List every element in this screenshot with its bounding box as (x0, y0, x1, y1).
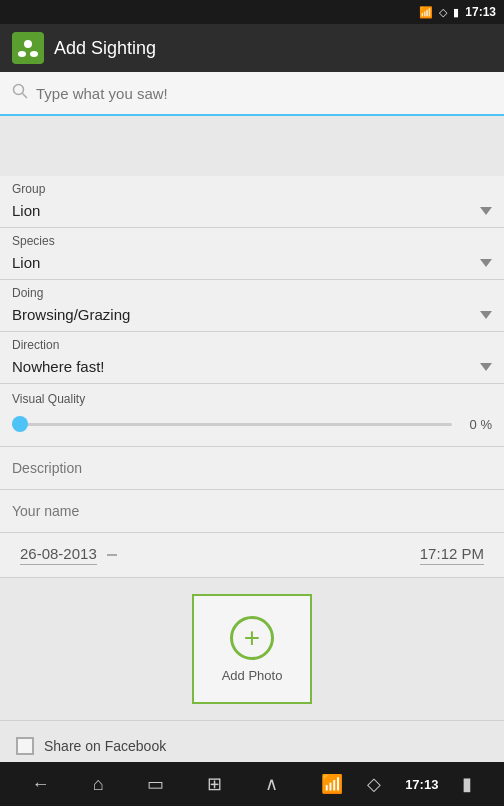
svg-line-5 (23, 94, 28, 99)
name-input[interactable] (12, 503, 492, 519)
nav-signal-icon: 📶 (313, 769, 351, 799)
content-area: Group Lion Species Lion Doing Browsing/G… (0, 116, 504, 762)
doing-field[interactable]: Doing Browsing/Grazing (0, 280, 504, 332)
facebook-checkbox[interactable] (16, 737, 34, 755)
status-bar: 📶 ◇ ▮ 17:13 (0, 0, 504, 24)
svg-point-4 (14, 85, 24, 95)
back-icon[interactable]: ← (24, 770, 58, 799)
direction-field[interactable]: Direction Nowhere fast! (0, 332, 504, 384)
plus-circle-icon: + (230, 616, 274, 660)
page-title: Add Sighting (54, 38, 156, 59)
nav-diamond-icon: ◇ (359, 769, 389, 799)
group-value: Lion (12, 202, 40, 219)
qr-icon[interactable]: ⊞ (199, 769, 230, 799)
slider-thumb[interactable] (12, 416, 28, 432)
direction-dropdown-arrow (480, 363, 492, 371)
direction-value: Nowhere fast! (12, 358, 105, 375)
home-icon[interactable]: ⌂ (85, 770, 112, 799)
search-bar (0, 72, 504, 116)
svg-point-1 (24, 40, 32, 48)
facebook-checkbox-row[interactable]: Share on Facebook (16, 731, 488, 761)
visual-quality-section: Visual Quality 0 % (0, 384, 504, 447)
phone-icon: 📶 (419, 6, 433, 19)
recent-apps-icon[interactable]: ▭ (139, 769, 172, 799)
direction-label: Direction (0, 332, 504, 354)
up-icon[interactable]: ∧ (257, 769, 286, 799)
add-photo-label: Add Photo (222, 668, 283, 683)
group-dropdown-arrow (480, 207, 492, 215)
photo-section: + Add Photo (0, 578, 504, 721)
doing-value: Browsing/Grazing (12, 306, 130, 323)
nav-battery-icon: ▮ (454, 769, 480, 799)
battery-icon: ▮ (453, 6, 459, 19)
nav-bar: ← ⌂ ▭ ⊞ ∧ 📶 ◇ 17:13 ▮ (0, 762, 504, 806)
wifi-icon: ◇ (439, 6, 447, 19)
species-value: Lion (12, 254, 40, 271)
status-time: 17:13 (465, 5, 496, 19)
doing-label: Doing (0, 280, 504, 302)
visual-quality-label: Visual Quality (12, 392, 492, 406)
description-input[interactable] (12, 460, 492, 476)
quality-slider[interactable] (12, 414, 452, 434)
add-photo-button[interactable]: + Add Photo (192, 594, 312, 704)
species-dropdown-arrow (480, 259, 492, 267)
nav-status-icons: 📶 ◇ 17:13 ▮ (313, 769, 480, 799)
app-icon (12, 32, 44, 64)
slider-percent: 0 % (462, 417, 492, 432)
checkbox-section: Share on Facebook Share on Twitter (0, 721, 504, 762)
name-field[interactable] (0, 490, 504, 533)
title-bar: Add Sighting (0, 24, 504, 72)
species-field[interactable]: Species Lion (0, 228, 504, 280)
search-input[interactable] (36, 85, 492, 102)
group-field[interactable]: Group Lion (0, 176, 504, 228)
time-field[interactable]: 17:12 PM (420, 545, 484, 565)
doing-dropdown-arrow (480, 311, 492, 319)
svg-point-3 (30, 51, 38, 57)
nav-time: 17:13 (397, 773, 446, 796)
svg-point-2 (18, 51, 26, 57)
datetime-row: 26-08-2013 17:12 PM (0, 533, 504, 578)
facebook-label: Share on Facebook (44, 738, 166, 754)
date-field[interactable]: 26-08-2013 (20, 545, 97, 565)
datetime-separator (107, 554, 117, 556)
species-label: Species (0, 228, 504, 250)
slider-track (12, 423, 452, 426)
search-icon (12, 83, 28, 103)
group-label: Group (0, 176, 504, 198)
description-field[interactable] (0, 447, 504, 490)
